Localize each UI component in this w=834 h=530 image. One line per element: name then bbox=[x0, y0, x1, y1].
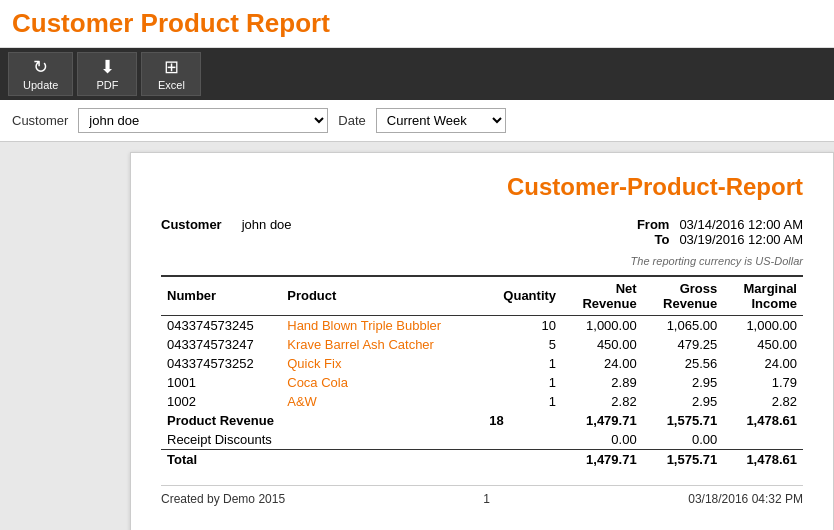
rd-label: Receipt Discounts bbox=[161, 430, 483, 450]
footer-page-num: 1 bbox=[483, 492, 490, 506]
cell-gross-revenue: 25.56 bbox=[643, 354, 724, 373]
customer-select[interactable]: john doe bbox=[78, 108, 328, 133]
update-label: Update bbox=[23, 79, 58, 91]
cell-number: 1002 bbox=[161, 392, 281, 411]
rd-qty bbox=[483, 430, 562, 450]
receipt-discounts-row: Receipt Discounts 0.00 0.00 bbox=[161, 430, 803, 450]
cell-number: 043374573245 bbox=[161, 315, 281, 335]
cell-quantity: 5 bbox=[483, 335, 562, 354]
cell-marginal-income: 1,000.00 bbox=[723, 315, 803, 335]
col-marginal-income: MarginalIncome bbox=[723, 276, 803, 316]
pdf-button[interactable]: ⬇ PDF bbox=[77, 52, 137, 96]
from-value: 03/14/2016 12:00 AM bbox=[679, 217, 803, 232]
pr-net: 1,479.71 bbox=[562, 411, 643, 430]
excel-label: Excel bbox=[158, 79, 185, 91]
col-product: Product bbox=[281, 276, 483, 316]
cell-marginal-income: 450.00 bbox=[723, 335, 803, 354]
date-filter-label: Date bbox=[338, 113, 365, 128]
pr-label: Product Revenue bbox=[161, 411, 483, 430]
from-row: From 03/14/2016 12:00 AM bbox=[637, 217, 803, 232]
pdf-label: PDF bbox=[96, 79, 118, 91]
cell-gross-revenue: 2.95 bbox=[643, 392, 724, 411]
title-bar: Customer Product Report bbox=[0, 0, 834, 48]
footer-created-by: Created by Demo 2015 bbox=[161, 492, 285, 506]
product-revenue-row: Product Revenue 18 1,479.71 1,575.71 1,4… bbox=[161, 411, 803, 430]
pdf-icon: ⬇ bbox=[100, 57, 115, 79]
report-paper: Customer-Product-Report Customer john do… bbox=[130, 152, 834, 530]
rd-net: 0.00 bbox=[562, 430, 643, 450]
cell-number: 043374573252 bbox=[161, 354, 281, 373]
cell-marginal-income: 24.00 bbox=[723, 354, 803, 373]
report-title: Customer-Product-Report bbox=[161, 173, 803, 201]
excel-icon: ⊞ bbox=[164, 57, 179, 79]
rd-gross: 0.00 bbox=[643, 430, 724, 450]
col-gross-revenue: GrossRevenue bbox=[643, 276, 724, 316]
cell-number: 043374573247 bbox=[161, 335, 281, 354]
cell-number: 1001 bbox=[161, 373, 281, 392]
rd-marginal bbox=[723, 430, 803, 450]
cell-quantity: 1 bbox=[483, 354, 562, 373]
excel-button[interactable]: ⊞ Excel bbox=[141, 52, 201, 96]
cell-net-revenue: 1,000.00 bbox=[562, 315, 643, 335]
col-number: Number bbox=[161, 276, 281, 316]
pr-gross: 1,575.71 bbox=[643, 411, 724, 430]
cell-product[interactable]: Quick Fix bbox=[281, 354, 483, 373]
table-row: 1002 A&W 1 2.82 2.95 2.82 bbox=[161, 392, 803, 411]
cell-net-revenue: 2.89 bbox=[562, 373, 643, 392]
total-gross: 1,575.71 bbox=[643, 449, 724, 469]
cell-quantity: 1 bbox=[483, 392, 562, 411]
footer-date: 03/18/2016 04:32 PM bbox=[688, 492, 803, 506]
cell-gross-revenue: 2.95 bbox=[643, 373, 724, 392]
pr-marginal: 1,478.61 bbox=[723, 411, 803, 430]
cell-product[interactable]: Coca Cola bbox=[281, 373, 483, 392]
report-footer: Created by Demo 2015 1 03/18/2016 04:32 … bbox=[161, 485, 803, 506]
col-quantity: Quantity bbox=[483, 276, 562, 316]
pr-qty: 18 bbox=[483, 411, 562, 430]
customer-meta-value: john doe bbox=[242, 217, 292, 247]
to-row: To 03/19/2016 12:00 AM bbox=[637, 232, 803, 247]
cell-product[interactable]: A&W bbox=[281, 392, 483, 411]
cell-product[interactable]: Krave Barrel Ash Catcher bbox=[281, 335, 483, 354]
meta-left: Customer john doe bbox=[161, 217, 292, 247]
customer-meta-label: Customer bbox=[161, 217, 222, 247]
update-button[interactable]: ↻ Update bbox=[8, 52, 73, 96]
cell-quantity: 10 bbox=[483, 315, 562, 335]
cell-net-revenue: 450.00 bbox=[562, 335, 643, 354]
col-net-revenue: NetRevenue bbox=[562, 276, 643, 316]
to-value: 03/19/2016 12:00 AM bbox=[679, 232, 803, 247]
report-meta: Customer john doe From 03/14/2016 12:00 … bbox=[161, 217, 803, 247]
report-area: Customer-Product-Report Customer john do… bbox=[0, 142, 834, 530]
update-icon: ↻ bbox=[33, 57, 48, 79]
report-table: Number Product Quantity NetRevenue Gross… bbox=[161, 275, 803, 469]
cell-net-revenue: 2.82 bbox=[562, 392, 643, 411]
total-row: Total 1,479.71 1,575.71 1,478.61 bbox=[161, 449, 803, 469]
customer-filter-label: Customer bbox=[12, 113, 68, 128]
cell-gross-revenue: 479.25 bbox=[643, 335, 724, 354]
table-row: 043374573245 Hand Blown Triple Bubbler 1… bbox=[161, 315, 803, 335]
cell-marginal-income: 1.79 bbox=[723, 373, 803, 392]
meta-right: From 03/14/2016 12:00 AM To 03/19/2016 1… bbox=[637, 217, 803, 247]
currency-note: The reporting currency is US-Dollar bbox=[161, 255, 803, 267]
cell-quantity: 1 bbox=[483, 373, 562, 392]
table-row: 043374573247 Krave Barrel Ash Catcher 5 … bbox=[161, 335, 803, 354]
date-select[interactable]: Current Week bbox=[376, 108, 506, 133]
table-row: 043374573252 Quick Fix 1 24.00 25.56 24.… bbox=[161, 354, 803, 373]
total-net: 1,479.71 bbox=[562, 449, 643, 469]
cell-gross-revenue: 1,065.00 bbox=[643, 315, 724, 335]
table-row: 1001 Coca Cola 1 2.89 2.95 1.79 bbox=[161, 373, 803, 392]
total-qty bbox=[483, 449, 562, 469]
to-label: To bbox=[654, 232, 669, 247]
cell-marginal-income: 2.82 bbox=[723, 392, 803, 411]
report-tbody: 043374573245 Hand Blown Triple Bubbler 1… bbox=[161, 315, 803, 469]
filter-bar: Customer john doe Date Current Week bbox=[0, 100, 834, 142]
page-title: Customer Product Report bbox=[12, 8, 822, 39]
total-marginal: 1,478.61 bbox=[723, 449, 803, 469]
toolbar: ↻ Update ⬇ PDF ⊞ Excel bbox=[0, 48, 834, 100]
table-header-row: Number Product Quantity NetRevenue Gross… bbox=[161, 276, 803, 316]
cell-product[interactable]: Hand Blown Triple Bubbler bbox=[281, 315, 483, 335]
total-label: Total bbox=[161, 449, 483, 469]
from-label: From bbox=[637, 217, 670, 232]
cell-net-revenue: 24.00 bbox=[562, 354, 643, 373]
